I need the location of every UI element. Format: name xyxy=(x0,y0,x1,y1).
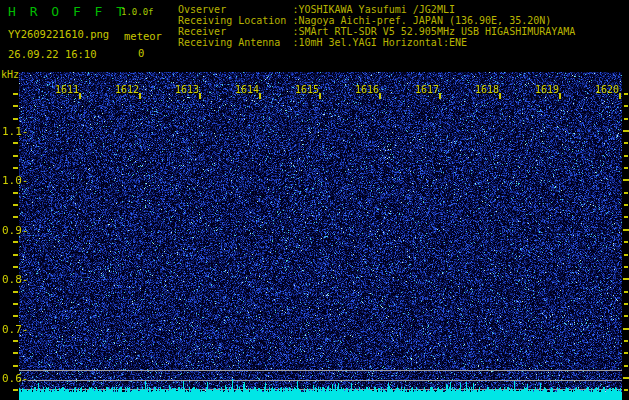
y-tick-mark-minor-right xyxy=(624,389,628,391)
y-tick-mark-major-right xyxy=(623,179,629,181)
y-tick-mark-minor-left xyxy=(13,352,18,354)
x-tick-mark xyxy=(199,93,201,99)
y-tick-mark-minor-right xyxy=(624,118,628,120)
receiving-antenna-line: Receiving Antenna :10mH 3el.YAGI Horizon… xyxy=(178,37,575,48)
x-tick-mark xyxy=(79,93,81,99)
y-tick-mark-minor-right xyxy=(624,254,628,256)
x-tick-label: 1613 xyxy=(167,84,207,95)
y-tick-mark-minor-right xyxy=(624,167,628,169)
y-tick-mark-minor-right xyxy=(624,315,628,317)
x-tick-label: 1617 xyxy=(407,84,447,95)
y-tick-mark-minor-left xyxy=(13,241,18,243)
y-tick-mark-minor-left xyxy=(13,254,18,256)
observer-line: Ovserver :YOSHIKAWA Yasufumi /JG2MLI xyxy=(178,4,575,15)
y-tick-label: 0.8- xyxy=(2,273,29,286)
y-tick-mark-minor-right xyxy=(624,204,628,206)
y-tick-mark-minor-right xyxy=(624,142,628,144)
receiver-line: Receiver :SMArt RTL-SDR V5 52.905MHz USB… xyxy=(178,26,575,37)
app-title: H R O F F T xyxy=(8,4,127,19)
y-tick-mark-major-right xyxy=(623,278,629,280)
y-tick-mark-minor-right xyxy=(624,241,628,243)
app-version: 1.0.0f xyxy=(121,7,154,17)
x-tick-label: 1614 xyxy=(227,84,267,95)
y-tick-mark-minor-right xyxy=(624,365,628,367)
x-tick-label: 1619 xyxy=(527,84,567,95)
y-tick-mark-minor-left xyxy=(13,266,18,268)
y-tick-mark-minor-right xyxy=(624,192,628,194)
y-tick-mark-minor-left xyxy=(13,315,18,317)
y-tick-mark-minor-right xyxy=(624,266,628,268)
y-tick-label: 0.6- xyxy=(2,372,29,385)
y-tick-label: 0.7- xyxy=(2,323,29,336)
y-tick-mark-minor-right xyxy=(624,303,628,305)
y-tick-mark-minor-left xyxy=(13,204,18,206)
y-tick-mark-major-right xyxy=(623,229,629,231)
y-tick-mark-minor-left xyxy=(13,192,18,194)
y-tick-mark-minor-left xyxy=(13,118,18,120)
y-tick-mark-minor-left xyxy=(13,303,18,305)
y-tick-mark-minor-right xyxy=(624,291,628,293)
x-tick-label: 1611 xyxy=(47,84,87,95)
y-tick-label: 1.0- xyxy=(2,174,29,187)
observer-info-block: Ovserver :YOSHIKAWA Yasufumi /JG2MLI Rec… xyxy=(178,4,575,48)
x-tick-label: 1612 xyxy=(107,84,147,95)
y-tick-mark-minor-right xyxy=(624,340,628,342)
y-tick-mark-minor-left xyxy=(13,155,18,157)
observation-datetime: 26.09.22 16:10 xyxy=(8,48,97,60)
y-tick-mark-minor-right xyxy=(624,93,628,95)
y-tick-mark-minor-left xyxy=(13,389,18,391)
x-tick-mark xyxy=(379,93,381,99)
y-tick-mark-minor-left xyxy=(13,142,18,144)
x-tick-mark xyxy=(559,93,561,99)
y-tick-mark-minor-right xyxy=(624,155,628,157)
y-tick-mark-minor-left xyxy=(13,93,18,95)
y-tick-mark-minor-left xyxy=(13,291,18,293)
y-tick-mark-minor-right xyxy=(624,216,628,218)
y-tick-mark-minor-right xyxy=(624,105,628,107)
y-tick-mark-minor-left xyxy=(13,167,18,169)
mode-label: meteor xyxy=(124,30,162,42)
y-tick-mark-major-right xyxy=(623,130,629,132)
y-tick-mark-minor-left xyxy=(13,105,18,107)
y-tick-label: 0.9- xyxy=(2,224,29,237)
y-tick-label: 1.1- xyxy=(2,125,29,138)
y-axis-unit-label: kHz xyxy=(1,69,19,80)
x-tick-mark xyxy=(439,93,441,99)
x-tick-mark xyxy=(259,93,261,99)
output-filename: YY2609221610.png xyxy=(8,28,109,40)
x-tick-mark xyxy=(319,93,321,99)
x-tick-mark xyxy=(139,93,141,99)
receiving-location-line: Receiving Location :Nagoya Aichi-pref. J… xyxy=(178,15,575,26)
spectrogram-canvas xyxy=(19,72,622,400)
x-tick-label: 1618 xyxy=(467,84,507,95)
x-tick-label: 1616 xyxy=(347,84,387,95)
x-tick-label: 1620 xyxy=(587,84,627,95)
x-tick-label: 1615 xyxy=(287,84,327,95)
y-tick-mark-minor-left xyxy=(13,365,18,367)
x-tick-mark xyxy=(619,93,621,99)
y-tick-mark-minor-right xyxy=(624,352,628,354)
y-tick-mark-minor-left xyxy=(13,340,18,342)
y-tick-mark-major-right xyxy=(623,377,629,379)
echo-count: 0 xyxy=(138,47,144,59)
x-tick-mark xyxy=(499,93,501,99)
y-tick-mark-major-right xyxy=(623,328,629,330)
y-tick-mark-minor-left xyxy=(13,216,18,218)
hrofft-window: H R O F F T 1.0.0f YY2609221610.png mete… xyxy=(0,0,629,400)
